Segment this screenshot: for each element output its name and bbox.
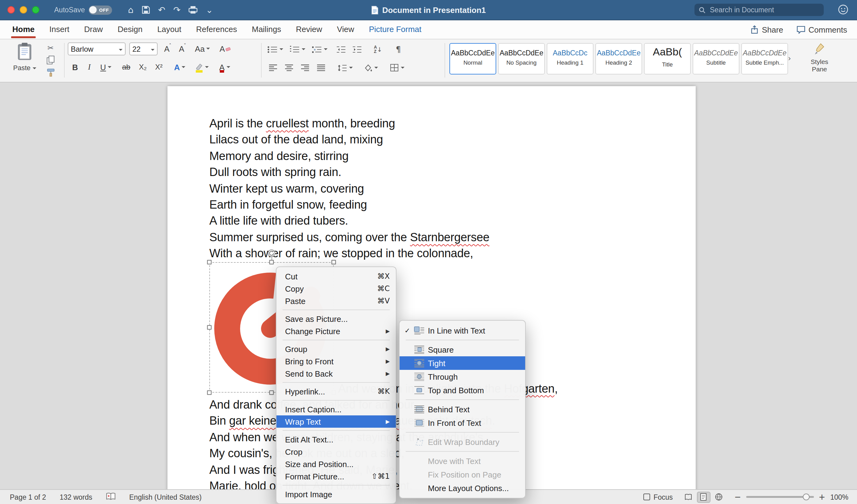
menu-item-behind-text[interactable]: Behind Text (400, 402, 525, 416)
font-name-caret-icon[interactable] (117, 45, 122, 53)
strikethrough-button[interactable]: ab (119, 61, 133, 73)
view-read-mode-button[interactable] (682, 491, 695, 502)
zoom-slider-thumb[interactable] (803, 493, 810, 500)
minimize-window-button[interactable] (20, 6, 27, 14)
menu-item-group[interactable]: Group▶ (276, 343, 396, 355)
shading-button[interactable] (361, 62, 381, 74)
language-indicator[interactable]: English (United States) (129, 493, 202, 501)
resize-handle-top-center[interactable] (269, 260, 274, 264)
save-icon[interactable] (141, 5, 150, 14)
align-left-button[interactable] (266, 62, 280, 74)
style-chip-heading-1[interactable]: AaBbCcDc Heading 1 (547, 43, 593, 74)
tab-insert[interactable]: Insert (42, 20, 77, 39)
change-case-button[interactable]: Aa (193, 42, 212, 55)
font-color-button[interactable]: A (216, 61, 234, 73)
resize-handle-bottom-left[interactable] (207, 390, 212, 395)
share-button[interactable]: Share (751, 25, 783, 34)
tab-mailings[interactable]: Mailings (245, 20, 288, 39)
menu-item-bring-to-front[interactable]: Bring to Front▶ (276, 355, 396, 367)
menu-item-edit-alt-text[interactable]: Edit Alt Text... (276, 433, 396, 446)
style-chip-title[interactable]: AaBb( Title (644, 43, 691, 74)
style-chip-heading-2[interactable]: AaBbCcDdEe Heading 2 (595, 43, 642, 74)
styles-gallery-expand-icon[interactable]: › (788, 54, 791, 63)
menu-item-more-layout-options[interactable]: More Layout Options... (400, 481, 525, 495)
home-icon[interactable]: ⌂ (128, 5, 134, 14)
font-name-combobox[interactable]: Barlow (68, 42, 125, 55)
superscript-button[interactable]: X² (151, 61, 166, 73)
word-count[interactable]: 132 words (60, 493, 93, 501)
resize-handle-middle-left[interactable] (207, 325, 212, 329)
undo-icon[interactable]: ↶ (158, 5, 165, 14)
tab-home[interactable]: Home (5, 20, 42, 39)
menu-item-import-image[interactable]: Import Image (276, 488, 396, 500)
subscript-button[interactable]: X₂ (135, 61, 150, 73)
menu-item-save-as-picture[interactable]: Save as Picture... (276, 313, 396, 325)
shrink-font-button[interactable]: Aˇ (176, 42, 190, 55)
autosave-toggle[interactable]: OFF (89, 5, 112, 15)
tab-draw[interactable]: Draw (77, 20, 110, 39)
menu-item-through[interactable]: Through (400, 370, 525, 383)
zoom-window-button[interactable] (32, 6, 39, 14)
resize-handle-bottom-center[interactable] (269, 390, 274, 395)
zoom-level[interactable]: 100% (830, 493, 848, 501)
underline-button[interactable]: U (97, 61, 115, 73)
borders-button[interactable] (387, 62, 407, 74)
redo-icon[interactable]: ↷ (173, 5, 180, 14)
menu-item-paste[interactable]: Paste⌘V (276, 295, 396, 307)
menu-item-in-front-of-text[interactable]: In Front of Text (400, 416, 525, 430)
text-effects-button[interactable]: A (171, 61, 188, 73)
view-web-layout-button[interactable] (712, 491, 726, 502)
format-painter-icon[interactable] (44, 68, 57, 77)
font-size-combobox[interactable]: 22 (129, 42, 157, 55)
menu-item-wrap-text[interactable]: Wrap Text▶ (276, 415, 396, 428)
tab-layout[interactable]: Layout (150, 20, 189, 39)
tab-picture-format[interactable]: Picture Format (362, 20, 429, 39)
resize-handle-top-left[interactable] (207, 260, 212, 264)
paste-button[interactable]: Paste (11, 42, 38, 71)
focus-button[interactable]: Focus (644, 493, 673, 501)
print-icon[interactable] (188, 5, 198, 14)
toolbar-more-icon[interactable]: ⌄ (206, 5, 213, 14)
justify-button[interactable] (314, 62, 327, 74)
cut-icon[interactable]: ✂ (44, 43, 57, 52)
menu-item-cut[interactable]: Cut⌘X (276, 270, 396, 282)
menu-item-insert-caption[interactable]: Insert Caption... (276, 403, 396, 415)
menu-item-in-line-with-text[interactable]: ✓In Line with Text (400, 324, 525, 337)
tab-references[interactable]: References (189, 20, 245, 39)
bold-button[interactable]: B (69, 61, 81, 73)
copy-icon[interactable] (44, 55, 57, 65)
search-field[interactable] (694, 4, 824, 16)
menu-item-hyperlink[interactable]: Hyperlink...⌘K (276, 385, 396, 398)
numbering-button[interactable] (288, 43, 307, 55)
style-chip-subtitle[interactable]: AaBbCcDdEe Subtitle (693, 43, 739, 74)
pilcrow-button[interactable]: ¶ (391, 43, 405, 55)
font-size-caret-icon[interactable] (149, 45, 154, 53)
highlight-color-button[interactable] (192, 61, 212, 73)
resize-handle-top-right[interactable] (332, 260, 336, 264)
multilevel-list-button[interactable] (310, 43, 329, 55)
zoom-out-button[interactable]: − (735, 492, 741, 502)
decrease-indent-button[interactable] (334, 43, 349, 55)
comments-button[interactable]: Comments (797, 25, 847, 34)
zoom-slider[interactable] (746, 496, 813, 498)
menu-item-copy[interactable]: Copy⌘C (276, 282, 396, 295)
increase-indent-button[interactable] (350, 43, 365, 55)
menu-item-send-to-back[interactable]: Send to Back▶ (276, 367, 396, 380)
menu-item-top-and-bottom[interactable]: Top and Bottom (400, 383, 525, 397)
search-input[interactable] (709, 5, 820, 14)
tab-review[interactable]: Review (288, 20, 330, 39)
rotate-handle-icon[interactable] (268, 245, 275, 262)
tab-view[interactable]: View (330, 20, 362, 39)
page-indicator[interactable]: Page 1 of 2 (10, 493, 46, 501)
zoom-in-button[interactable]: + (819, 492, 825, 502)
menu-item-square[interactable]: Square (400, 343, 525, 356)
close-window-button[interactable] (7, 6, 15, 14)
tab-design[interactable]: Design (110, 20, 150, 39)
menu-item-tight[interactable]: Tight (400, 356, 525, 370)
align-right-button[interactable] (298, 62, 312, 74)
styles-pane-button[interactable]: Styles Pane (798, 43, 841, 73)
bullets-button[interactable] (266, 43, 284, 55)
menu-item-size-and-position[interactable]: Size and Position... (276, 458, 396, 470)
align-center-button[interactable] (282, 62, 296, 74)
style-chip-normal[interactable]: AaBbCcDdEe Normal (450, 43, 496, 74)
